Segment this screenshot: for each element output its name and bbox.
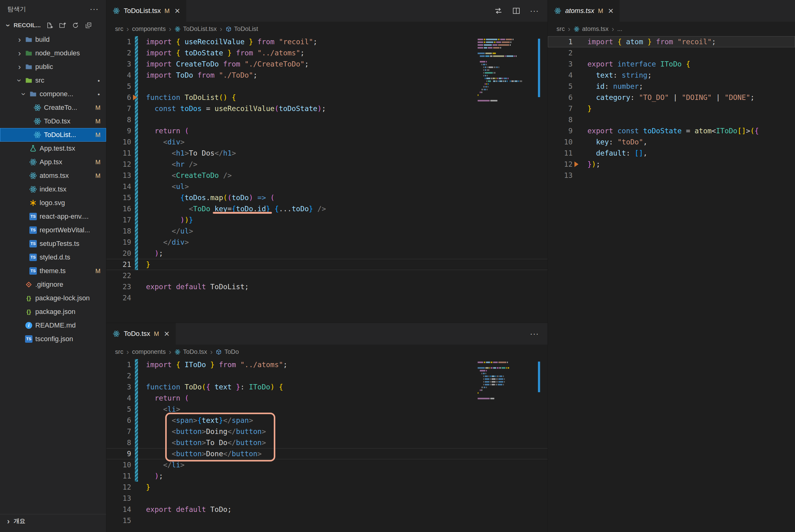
- tree-item-build[interactable]: ›build: [0, 33, 106, 46]
- tree-item-readme-md[interactable]: ›iREADME.md: [0, 319, 106, 332]
- code-line[interactable]: 5 <li>: [107, 404, 548, 415]
- code-line[interactable]: 20 );: [107, 248, 548, 259]
- code-line[interactable]: 15 {toDos.map((toDo) => (: [107, 192, 548, 203]
- tree-item-logo-svg[interactable]: ›logo.svg: [0, 196, 106, 210]
- code-line[interactable]: 12}: [107, 481, 548, 493]
- code-line[interactable]: 14export default ToDo;: [107, 504, 548, 515]
- close-icon[interactable]: ×: [164, 329, 170, 338]
- code-line[interactable]: 18 </ul>: [107, 226, 548, 236]
- tree-item-gitignore[interactable]: ›.gitignore: [0, 278, 106, 291]
- code-line[interactable]: 24: [107, 292, 548, 303]
- collapse-all-icon[interactable]: [85, 22, 92, 29]
- code-line[interactable]: 7}: [548, 103, 795, 114]
- tree-item-app-test-tsx[interactable]: ›App.test.tsx: [0, 142, 106, 155]
- tree-item-createto[interactable]: ›CreateTo...M: [0, 101, 106, 114]
- outline-section[interactable]: › 개요: [0, 514, 106, 528]
- code-line[interactable]: 5 id: number;: [548, 81, 795, 92]
- code-line[interactable]: 7 <button>Doing</button>: [107, 426, 548, 437]
- code-line[interactable]: 13 <CreateToDo />: [107, 170, 548, 181]
- code-line[interactable]: 16 <ToDo key={toDo.id} {...toDo} />: [107, 203, 548, 214]
- code-line[interactable]: 3export interface IToDo {: [548, 58, 795, 70]
- breadcrumb-item[interactable]: ToDoList.tsx: [174, 25, 217, 33]
- ts-icon: TS: [30, 267, 37, 275]
- code-line[interactable]: 19 </div>: [107, 236, 548, 248]
- code-editor-todo[interactable]: 1import { IToDo } from "../atoms";23func…: [107, 359, 548, 532]
- tree-item-public[interactable]: ›public: [0, 60, 106, 74]
- tab-todolist[interactable]: ToDoList.tsx M ×: [107, 0, 186, 22]
- breadcrumb-item[interactable]: ToDo.tsx: [174, 348, 207, 355]
- tree-item-react-app-env[interactable]: ›TSreact-app-env....: [0, 210, 106, 223]
- tree-item-setuptests-ts[interactable]: ›TSsetupTests.ts: [0, 237, 106, 250]
- tree-item-reportwebvital[interactable]: ›TSreportWebVital...: [0, 223, 106, 237]
- code-editor-todolist[interactable]: 1import { useRecoilValue } from "recoil"…: [107, 36, 548, 323]
- tree-item-app-tsx[interactable]: ›App.tsxM: [0, 155, 106, 169]
- code-line[interactable]: 8 <button>To Do</button>: [107, 437, 548, 448]
- tab-todo[interactable]: ToDo.tsx M ×: [107, 323, 176, 345]
- new-folder-icon[interactable]: [59, 22, 66, 29]
- breadcrumb-item[interactable]: ...: [617, 25, 622, 33]
- code-line[interactable]: 23export default ToDoList;: [107, 281, 548, 292]
- close-icon[interactable]: ×: [608, 6, 614, 16]
- code-line[interactable]: 9 return (: [107, 125, 548, 136]
- code-line[interactable]: 13: [548, 170, 795, 181]
- code-line[interactable]: 6 category: "TO_DO" | "DOING" | "DONE";: [548, 92, 795, 103]
- code-line[interactable]: 10 <div>: [107, 136, 548, 148]
- code-line[interactable]: 11 );: [107, 471, 548, 481]
- refresh-icon[interactable]: [72, 22, 79, 29]
- tree-item-package-lock-json[interactable]: ›{}package-lock.json: [0, 291, 106, 305]
- code-line[interactable]: 1import { atom } from "recoil";: [548, 36, 795, 47]
- tab-atoms[interactable]: atoms.tsx M ×: [548, 0, 620, 22]
- tree-item-node-modules[interactable]: ›node_modules: [0, 46, 106, 60]
- code-line[interactable]: 12});: [548, 159, 795, 170]
- explorer-more-actions-icon[interactable]: ···: [90, 5, 99, 13]
- tree-item-theme-ts[interactable]: ›TStheme.tsM: [0, 264, 106, 278]
- breadcrumb-item[interactable]: atoms.tsx: [573, 25, 609, 33]
- new-file-icon[interactable]: [46, 22, 53, 29]
- split-editor-icon[interactable]: [512, 6, 520, 15]
- more-actions-icon[interactable]: ···: [530, 6, 539, 16]
- code-line[interactable]: 14 <ul>: [107, 181, 548, 192]
- breadcrumb-item[interactable]: src: [115, 348, 124, 355]
- breadcrumb-item[interactable]: ToDo: [215, 348, 239, 355]
- tree-item-atoms-tsx[interactable]: ›atoms.tsxM: [0, 169, 106, 183]
- breadcrumb-item[interactable]: src: [115, 25, 124, 33]
- code-line[interactable]: 6 <span>{text}</span>: [107, 415, 548, 426]
- tree-item-todolist[interactable]: ›ToDoList...M: [0, 128, 106, 142]
- code-line[interactable]: 4 text: string;: [548, 70, 795, 81]
- breadcrumb-item[interactable]: components: [132, 348, 166, 355]
- code-line[interactable]: 10 key: "toDo",: [548, 136, 795, 148]
- code-line[interactable]: 12 <hr />: [107, 159, 548, 170]
- explorer-section-header[interactable]: › RECOIL...: [0, 18, 106, 33]
- tree-item-compone[interactable]: ›compone...●: [0, 87, 106, 101]
- code-line[interactable]: 9 <button>Done</button>: [107, 448, 548, 459]
- more-actions-icon[interactable]: ···: [530, 329, 539, 339]
- breadcrumb-item[interactable]: ToDoList: [226, 25, 258, 33]
- code-line[interactable]: 22: [107, 270, 548, 281]
- tree-item-todo-tsx[interactable]: ›ToDo.tsxM: [0, 114, 106, 128]
- line-number: 9: [107, 125, 131, 136]
- code-line[interactable]: 17 ))}: [107, 214, 548, 226]
- breadcrumb-item[interactable]: src: [556, 25, 565, 33]
- compare-changes-icon[interactable]: [494, 6, 503, 15]
- tree-item-tsconfig-json[interactable]: ›TStsconfig.json: [0, 332, 106, 346]
- code-line[interactable]: 8: [548, 114, 795, 125]
- code-line[interactable]: 21}: [107, 259, 548, 270]
- code-line[interactable]: 8: [107, 114, 548, 125]
- code-line[interactable]: 13: [107, 493, 548, 504]
- code-line[interactable]: 11 default: [],: [548, 148, 795, 159]
- tree-item-package-json[interactable]: ›{}package.json: [0, 305, 106, 319]
- code-line[interactable]: 10 </li>: [107, 459, 548, 471]
- code-editor-atoms[interactable]: 1import { atom } from "recoil";23export …: [548, 36, 795, 532]
- tree-item-src[interactable]: ›src●: [0, 74, 106, 87]
- tree-item-styled-d-ts[interactable]: ›TSstyled.d.ts: [0, 250, 106, 264]
- breadcrumb-item[interactable]: components: [132, 25, 166, 33]
- code-line[interactable]: 15: [107, 515, 548, 526]
- minimap[interactable]: [478, 362, 533, 403]
- minimap[interactable]: [478, 39, 533, 106]
- code-line[interactable]: 11 <h1>To Dos</h1>: [107, 148, 548, 159]
- code-line[interactable]: 9export const toDoState = atom<IToDo[]>(…: [548, 125, 795, 136]
- tree-item-index-tsx[interactable]: ›index.tsx: [0, 183, 106, 196]
- code-line[interactable]: 2: [548, 47, 795, 58]
- close-icon[interactable]: ×: [175, 6, 181, 16]
- line-number: 1: [107, 36, 131, 47]
